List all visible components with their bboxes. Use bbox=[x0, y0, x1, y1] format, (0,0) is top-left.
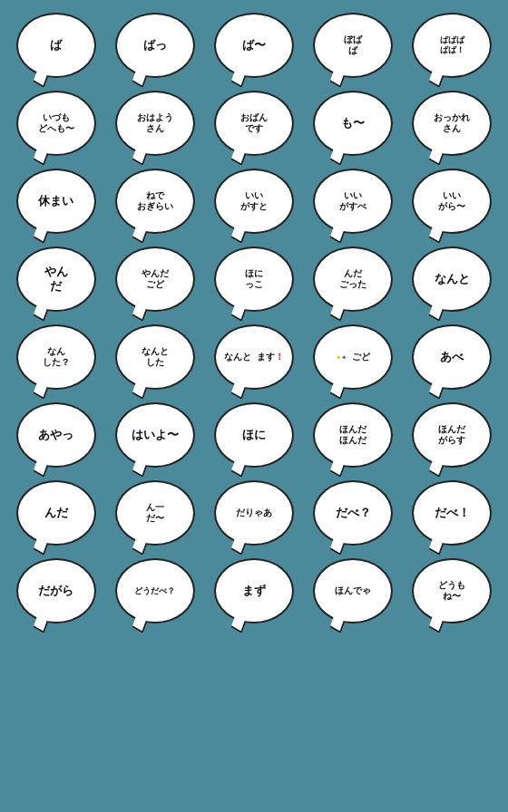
list-item[interactable]: なんと bbox=[405, 243, 499, 315]
list-item[interactable]: ばばば ばば！ bbox=[405, 9, 499, 82]
list-item[interactable]: ばっ bbox=[108, 9, 201, 82]
list-item[interactable]: だべ？ bbox=[307, 477, 400, 549]
list-item[interactable]: まず bbox=[207, 555, 300, 627]
list-item[interactable]: ほに っこ bbox=[207, 243, 300, 315]
list-item[interactable]: あべ bbox=[405, 321, 499, 393]
list-item[interactable]: だべ！ bbox=[405, 477, 499, 549]
list-item[interactable]: ん一 だ〜 bbox=[108, 477, 201, 549]
list-item[interactable]: なんと ます！ bbox=[207, 321, 300, 393]
list-item[interactable]: ほんだ がらす bbox=[405, 399, 499, 471]
list-item[interactable]: なんと した bbox=[108, 321, 201, 393]
list-item[interactable]: いい がら〜 bbox=[405, 165, 499, 237]
emoji-grid: ばばっば〜ぼば ばばばば ばば！いづも どへも〜おはよう さんおばん ですも〜 … bbox=[9, 9, 499, 627]
list-item[interactable]: ねで おぎらい bbox=[108, 165, 201, 237]
list-item[interactable]: やん だ bbox=[9, 243, 103, 315]
list-item[interactable]: ば〜 bbox=[207, 9, 300, 82]
list-item[interactable]: なん した？ bbox=[9, 321, 103, 393]
list-item[interactable]: あやっ bbox=[9, 399, 103, 471]
list-item[interactable]: ✦✦ ごど bbox=[307, 321, 400, 393]
list-item[interactable]: いい がすぺ bbox=[307, 165, 400, 237]
list-item[interactable]: だがら bbox=[9, 555, 103, 627]
list-item[interactable]: ほに bbox=[207, 399, 300, 471]
list-item[interactable]: どうも ね〜 bbox=[405, 555, 499, 627]
list-item[interactable]: ぼば ば bbox=[307, 9, 400, 82]
list-item[interactable]: おはよう さん bbox=[108, 87, 201, 160]
list-item[interactable]: はいよ〜 bbox=[108, 399, 201, 471]
list-item[interactable]: だりゃあ bbox=[207, 477, 300, 549]
list-item[interactable]: も〜 bbox=[307, 87, 400, 160]
list-item[interactable]: やんだ ごど bbox=[108, 243, 201, 315]
list-item[interactable]: どうだべ？ bbox=[108, 555, 201, 627]
list-item[interactable]: おばん です bbox=[207, 87, 300, 160]
list-item[interactable]: んだ bbox=[9, 477, 103, 549]
list-item[interactable]: いづも どへも〜 bbox=[9, 87, 103, 160]
list-item[interactable]: おっかれ さん bbox=[405, 87, 499, 160]
list-item[interactable]: ば bbox=[9, 9, 103, 82]
list-item[interactable]: いい がすと bbox=[207, 165, 300, 237]
list-item[interactable]: 休まい bbox=[9, 165, 103, 237]
list-item[interactable]: ほんでゃ bbox=[307, 555, 400, 627]
list-item[interactable]: んだ ごった bbox=[307, 243, 400, 315]
list-item[interactable]: ほんだ ほんだ bbox=[307, 399, 400, 471]
